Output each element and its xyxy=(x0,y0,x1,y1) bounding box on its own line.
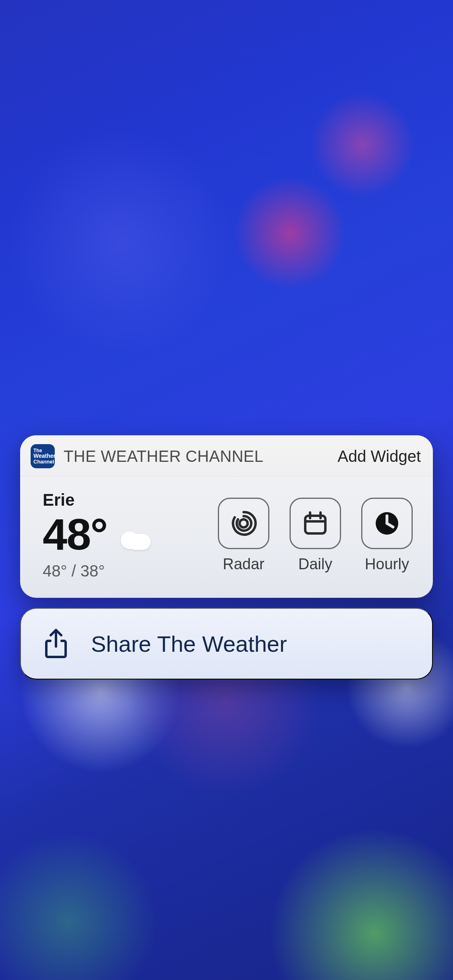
current-temperature: 48° xyxy=(43,512,107,556)
share-icon xyxy=(43,628,68,659)
widget-body: Erie 48° 48° / 38° xyxy=(20,477,433,598)
tile-hourly[interactable]: Hourly xyxy=(357,498,417,573)
calendar-icon xyxy=(302,510,329,537)
clock-icon xyxy=(374,510,400,537)
location-label: Erie xyxy=(43,490,151,510)
widget-app-title: THE WEATHER CHANNEL xyxy=(64,447,263,465)
app-icon-line-3: Channel xyxy=(33,459,52,465)
daily-button[interactable] xyxy=(290,498,341,549)
temp-row: 48° xyxy=(43,512,151,556)
add-widget-button[interactable]: Add Widget xyxy=(337,447,421,465)
tile-radar-label: Radar xyxy=(223,556,265,573)
current-conditions: Erie 48° 48° / 38° xyxy=(43,490,151,580)
widget-header: The Weather Channel THE WEATHER CHANNEL … xyxy=(20,435,433,477)
weather-widget[interactable]: The Weather Channel THE WEATHER CHANNEL … xyxy=(20,435,433,598)
svg-point-0 xyxy=(240,519,248,527)
app-icon-line-2: Weather xyxy=(33,453,52,459)
svg-rect-1 xyxy=(305,516,325,533)
high-low-temperature: 48° / 38° xyxy=(43,562,151,580)
weather-channel-app-icon: The Weather Channel xyxy=(31,444,55,468)
tile-radar[interactable]: Radar xyxy=(214,498,273,573)
cloud-icon xyxy=(118,531,151,550)
radar-button[interactable] xyxy=(218,498,269,549)
share-label: Share The Weather xyxy=(91,631,287,657)
tile-daily-label: Daily xyxy=(298,556,332,573)
quick-actions: Radar Daily xyxy=(214,498,417,573)
tile-daily[interactable]: Daily xyxy=(285,498,345,573)
hourly-button[interactable] xyxy=(361,498,413,549)
share-the-weather-button[interactable]: Share The Weather xyxy=(20,608,433,679)
tile-hourly-label: Hourly xyxy=(365,556,409,573)
radar-icon xyxy=(230,509,258,537)
